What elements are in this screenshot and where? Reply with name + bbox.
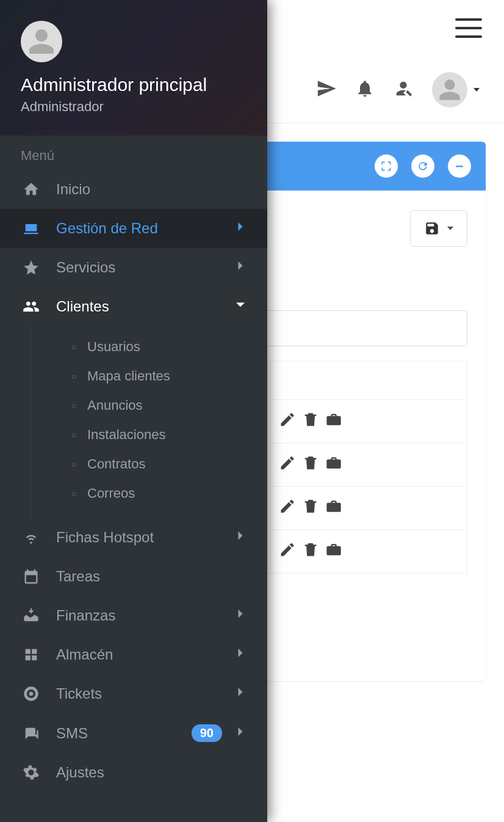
delete-button[interactable] — [302, 541, 319, 562]
save-icon — [424, 220, 440, 236]
chevron-right-icon — [232, 605, 249, 626]
chat-icon — [21, 725, 41, 742]
user-name: Administrador principal — [21, 75, 247, 95]
wifi-icon — [21, 529, 41, 546]
submenu-item-anuncios[interactable]: Anuncios — [74, 391, 267, 420]
sidebar-item-tareas[interactable]: Tareas — [0, 557, 267, 596]
chevron-right-icon — [232, 644, 249, 665]
caret-down-icon — [473, 88, 480, 92]
edit-button[interactable] — [279, 541, 296, 562]
sidebar-item-servicios[interactable]: Servicios — [0, 248, 267, 287]
edit-button[interactable] — [279, 454, 296, 475]
svg-rect-0 — [456, 165, 463, 167]
lifebuoy-icon — [21, 685, 41, 702]
delete-button[interactable] — [302, 454, 319, 475]
delete-button[interactable] — [302, 411, 319, 432]
chevron-down-icon — [232, 296, 249, 317]
user-role: Administrador — [21, 99, 247, 115]
submenu-item-contratos[interactable]: Contratos — [74, 449, 267, 479]
sidebar-item-finanzas[interactable]: Finanzas — [0, 596, 267, 635]
sidebar-item-inicio[interactable]: Inicio — [0, 170, 267, 209]
sidebar-item-clientes[interactable]: Clientes — [0, 287, 267, 326]
user-menu[interactable] — [432, 72, 480, 107]
sidebar-item-gestion-de-red[interactable]: Gestión de Red — [0, 209, 267, 248]
sidebar-item-almacen[interactable]: Almacén — [0, 635, 267, 674]
avatar — [432, 72, 467, 107]
chevron-right-icon — [232, 257, 249, 278]
edit-button[interactable] — [279, 498, 296, 518]
submenu-item-mapa-clientes[interactable]: Mapa clientes — [74, 362, 267, 391]
caret-down-icon — [447, 227, 453, 230]
users-icon — [21, 298, 41, 315]
tools-button[interactable] — [325, 541, 342, 562]
home-icon — [21, 181, 41, 198]
chevron-right-icon — [232, 683, 249, 704]
calendar-icon — [21, 568, 41, 585]
boxes-icon — [21, 646, 41, 663]
money-icon — [21, 607, 41, 624]
edit-button[interactable] — [279, 411, 296, 432]
sidebar-item-sms[interactable]: SMS 90 — [0, 713, 267, 753]
submenu-item-correos[interactable]: Correos — [74, 479, 267, 508]
bell-icon[interactable] — [355, 79, 375, 101]
chevron-right-icon — [232, 218, 249, 239]
expand-button[interactable] — [375, 155, 398, 178]
sidebar-item-fichas-hotspot[interactable]: Fichas Hotspot — [0, 518, 267, 557]
submenu-item-instalaciones[interactable]: Instalaciones — [74, 420, 267, 449]
star-icon — [21, 259, 41, 276]
laptop-icon — [21, 220, 41, 237]
refresh-button[interactable] — [411, 155, 434, 178]
tools-button[interactable] — [325, 498, 342, 518]
sidebar-item-ajustes[interactable]: Ajustes — [0, 753, 267, 792]
chevron-right-icon — [232, 527, 249, 548]
avatar — [21, 21, 62, 62]
menu-label: Menú — [0, 136, 267, 170]
collapse-button[interactable] — [448, 155, 471, 178]
chevron-right-icon — [232, 723, 249, 744]
submenu-item-usuarios[interactable]: Usuarios — [74, 332, 267, 362]
sidebar-item-tickets[interactable]: Tickets — [0, 674, 267, 713]
gear-icon — [21, 764, 41, 781]
export-dropdown[interactable] — [410, 210, 467, 247]
tools-button[interactable] — [325, 411, 342, 432]
column-actions — [270, 362, 467, 400]
delete-button[interactable] — [302, 498, 319, 518]
send-icon[interactable] — [316, 78, 337, 101]
user-tag-icon[interactable] — [393, 78, 414, 101]
hamburger-menu[interactable] — [455, 18, 482, 38]
sidebar: Administrador principal Administrador Me… — [0, 0, 267, 822]
sms-badge: 90 — [192, 724, 222, 742]
tools-button[interactable] — [325, 454, 342, 475]
